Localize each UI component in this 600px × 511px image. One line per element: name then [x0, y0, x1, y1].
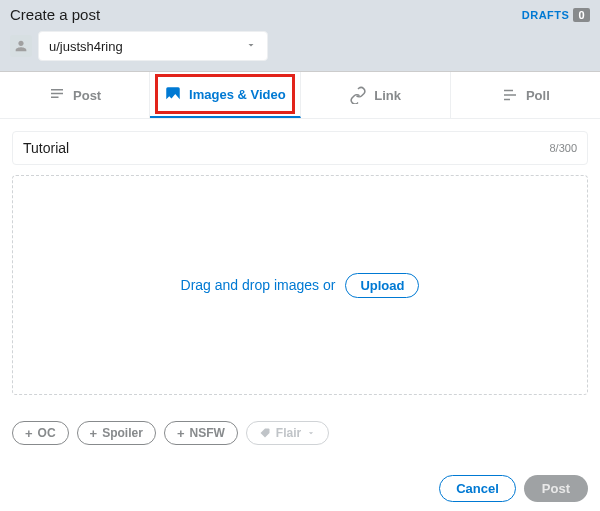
chevron-down-icon	[306, 428, 316, 438]
footer: Cancel Post	[0, 463, 600, 511]
community-name: u/justsh4ring	[49, 39, 123, 54]
avatar	[10, 35, 32, 57]
upload-button[interactable]: Upload	[345, 273, 419, 298]
title-value: Tutorial	[23, 140, 69, 156]
community-row: u/justsh4ring	[10, 31, 590, 61]
content-area: Tutorial 8/300 Drag and drop images or U…	[0, 119, 600, 407]
person-icon	[13, 38, 29, 54]
drafts-label: DRAFTS	[522, 9, 570, 21]
chevron-down-icon	[245, 39, 257, 54]
document-icon	[48, 86, 66, 104]
tabs: Post Images & Video Link Poll	[0, 72, 600, 119]
plus-icon: +	[90, 427, 98, 440]
tab-poll-label: Poll	[526, 88, 550, 103]
page-title: Create a post	[10, 6, 100, 23]
community-select[interactable]: u/justsh4ring	[38, 31, 268, 61]
tab-poll[interactable]: Poll	[451, 72, 600, 118]
spoiler-tag-button[interactable]: + Spoiler	[77, 421, 156, 445]
image-icon	[164, 85, 182, 103]
poll-icon	[501, 86, 519, 104]
tag-icon	[259, 427, 271, 439]
oc-tag-button[interactable]: + OC	[12, 421, 69, 445]
tab-post-label: Post	[73, 88, 101, 103]
title-char-count: 8/300	[549, 142, 577, 154]
nsfw-tag-button[interactable]: + NSFW	[164, 421, 238, 445]
post-button[interactable]: Post	[524, 475, 588, 502]
header-bar: Create a post DRAFTS 0 u/justsh4ring	[0, 0, 600, 72]
nsfw-label: NSFW	[189, 426, 224, 440]
tab-images-label: Images & Video	[189, 87, 286, 102]
cancel-button[interactable]: Cancel	[439, 475, 516, 502]
tag-row: + OC + Spoiler + NSFW Flair	[0, 421, 600, 445]
header-row: Create a post DRAFTS 0	[10, 6, 590, 23]
title-input[interactable]: Tutorial 8/300	[12, 131, 588, 165]
tab-post[interactable]: Post	[0, 72, 150, 118]
tab-link-label: Link	[374, 88, 401, 103]
oc-label: OC	[38, 426, 56, 440]
plus-icon: +	[177, 427, 185, 440]
tab-link[interactable]: Link	[301, 72, 451, 118]
flair-tag-button[interactable]: Flair	[246, 421, 329, 445]
drafts-button[interactable]: DRAFTS 0	[522, 8, 590, 22]
tab-images-video[interactable]: Images & Video	[150, 72, 300, 118]
link-icon	[349, 86, 367, 104]
dropzone[interactable]: Drag and drop images or Upload	[12, 175, 588, 395]
plus-icon: +	[25, 427, 33, 440]
dropzone-text: Drag and drop images or	[181, 277, 336, 293]
flair-label: Flair	[276, 426, 301, 440]
svg-point-0	[169, 90, 172, 93]
drafts-count-badge: 0	[573, 8, 590, 22]
spoiler-label: Spoiler	[102, 426, 143, 440]
